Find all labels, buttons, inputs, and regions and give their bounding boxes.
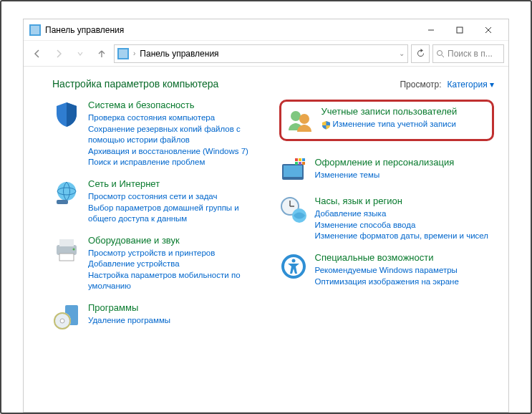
category-link[interactable]: Сохранение резервных копий файлов с помо… [88,124,268,146]
view-label: Просмотр: [400,80,441,90]
recent-dropdown[interactable] [71,44,90,63]
category-appearance: Оформление и персонализация Изменение те… [279,157,495,186]
category-link[interactable]: Рекомендуемые Windows параметры [315,265,495,276]
page-title: Настройка параметров компьютера [52,78,218,90]
monitor-palette-icon [279,157,308,186]
category-system-security: Система и безопасность Проверка состояни… [52,100,268,168]
category-network-internet: Сеть и Интернет Просмотр состояния сети … [52,178,268,225]
close-button[interactable] [474,20,503,40]
category-title[interactable]: Оформление и персонализация [315,157,495,168]
svg-point-37 [291,259,295,262]
chevron-right-icon: › [133,49,135,57]
uac-shield-icon [321,120,331,130]
svg-rect-15 [59,254,74,261]
category-title[interactable]: Программы [88,302,268,314]
titlebar: Панель управления [24,19,508,41]
control-panel-window: Панель управления › Панель управления ⌄ … [23,19,509,413]
control-panel-icon [117,48,129,59]
svg-rect-7 [119,49,127,58]
breadcrumb[interactable]: Панель управления [140,49,218,59]
svg-rect-24 [284,165,302,177]
category-link[interactable]: Удаление программы [88,315,268,327]
back-button[interactable] [28,44,47,63]
right-column: Учетные записи пользователей Изменение т… [279,100,495,331]
category-link[interactable]: Добавление языка [315,208,495,220]
svg-point-10 [57,182,76,201]
category-link[interactable]: Выбор параметров домашней группы и общег… [88,203,268,225]
control-panel-icon [29,24,41,36]
category-clock-language: Часы, язык и регион Добавление языка Изм… [279,196,495,242]
category-title[interactable]: Оборудование и звук [88,235,268,246]
svg-line-9 [442,55,444,57]
chevron-down-icon[interactable]: ⌄ [399,49,405,57]
forward-button[interactable] [49,44,68,63]
category-title[interactable]: Сеть и Интернет [88,178,268,190]
category-link[interactable]: Проверка состояния компьютера [88,112,268,124]
globe-network-icon [52,178,81,207]
disc-box-icon [52,302,81,331]
svg-rect-3 [457,27,463,33]
category-link[interactable]: Просмотр состояния сети и задач [88,191,268,203]
svg-rect-30 [302,162,305,165]
accessibility-icon [279,252,308,281]
svg-point-8 [437,50,442,55]
category-link[interactable]: Изменение темы [315,170,495,181]
refresh-button[interactable] [411,44,430,63]
address-bar[interactable]: › Панель управления ⌄ [114,44,408,63]
category-link-shielded[interactable]: Изменение типа учетной записи [321,119,487,130]
search-input[interactable]: Поиск в п... [432,44,504,63]
category-title[interactable]: Учетные записи пользователей [321,106,487,117]
category-programs: Программы Удаление программы [52,302,268,331]
svg-point-21 [291,111,301,121]
left-column: Система и безопасность Проверка состояни… [52,100,268,331]
maximize-button[interactable] [445,20,474,40]
search-placeholder: Поиск в п... [448,49,493,59]
up-button[interactable] [92,44,111,63]
content-area: Настройка параметров компьютера Просмотр… [24,67,508,412]
svg-rect-14 [59,239,74,246]
category-link[interactable]: Настройка параметров мобильности по умол… [88,270,268,292]
category-link[interactable]: Изменение способа ввода [315,220,495,231]
printer-icon [52,235,81,264]
svg-rect-29 [299,162,301,165]
category-title[interactable]: Система и безопасность [88,100,268,111]
svg-rect-25 [295,158,298,161]
svg-rect-26 [299,158,301,161]
category-link[interactable]: Изменение форматов даты, времени и чисел [315,231,495,242]
svg-point-16 [73,248,75,250]
shield-icon [52,100,81,128]
view-selector: Просмотр: Категория ▾ [400,80,494,90]
category-accessibility: Специальные возможности Рекомендуемые Wi… [279,252,495,287]
window-title: Панель управления [45,25,417,35]
users-icon [286,106,314,135]
category-link[interactable]: Просмотр устройств и принтеров [88,248,268,259]
navigation-bar: › Панель управления ⌄ Поиск в п... [24,41,508,67]
svg-rect-12 [57,200,68,204]
clock-globe-icon [279,196,308,224]
view-dropdown[interactable]: Категория ▾ [448,80,494,90]
category-hardware-sound: Оборудование и звук Просмотр устройств и… [52,235,268,292]
svg-rect-28 [295,162,298,165]
category-link[interactable]: Оптимизация изображения на экране [315,276,495,288]
minimize-button[interactable] [417,20,445,40]
category-user-accounts: Учетные записи пользователей Изменение т… [286,106,487,135]
search-icon [436,49,445,58]
svg-rect-27 [302,158,305,161]
highlighted-category: Учетные записи пользователей Изменение т… [279,100,495,141]
category-link[interactable]: Поиск и исправление проблем [88,157,268,168]
svg-point-20 [60,319,64,323]
svg-rect-1 [31,26,39,34]
category-title[interactable]: Часы, язык и регион [315,196,495,207]
category-link[interactable]: Добавление устройства [88,259,268,270]
category-title[interactable]: Специальные возможности [315,252,495,264]
category-link[interactable]: Архивация и восстановление (Windows 7) [88,146,268,158]
svg-point-22 [299,114,309,124]
